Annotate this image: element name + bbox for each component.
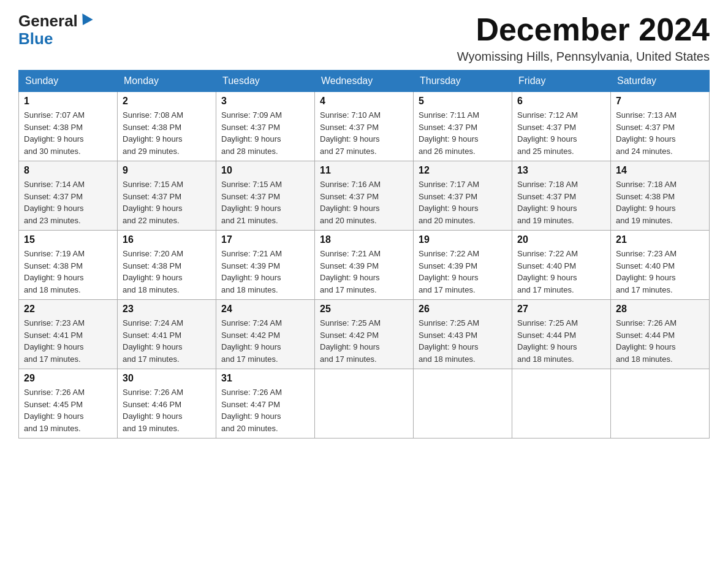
- day-info: Sunrise: 7:07 AM Sunset: 4:38 PM Dayligh…: [24, 109, 112, 157]
- day-number: 26: [419, 304, 507, 315]
- day-info: Sunrise: 7:20 AM Sunset: 4:38 PM Dayligh…: [123, 248, 211, 296]
- day-info: Sunrise: 7:14 AM Sunset: 4:37 PM Dayligh…: [24, 178, 112, 226]
- calendar-cell: 9 Sunrise: 7:15 AM Sunset: 4:37 PM Dayli…: [118, 161, 216, 231]
- day-info: Sunrise: 7:10 AM Sunset: 4:37 PM Dayligh…: [320, 109, 408, 157]
- calendar-cell: [414, 369, 512, 439]
- calendar-cell: 30 Sunrise: 7:26 AM Sunset: 4:46 PM Dayl…: [118, 369, 216, 439]
- calendar-cell: 8 Sunrise: 7:14 AM Sunset: 4:37 PM Dayli…: [19, 161, 118, 231]
- day-info: Sunrise: 7:24 AM Sunset: 4:41 PM Dayligh…: [123, 317, 211, 365]
- calendar-cell: 4 Sunrise: 7:10 AM Sunset: 4:37 PM Dayli…: [315, 92, 414, 161]
- page-header: General Blue December 2024 Wyomissing Hi…: [18, 12, 710, 64]
- day-info: Sunrise: 7:17 AM Sunset: 4:37 PM Dayligh…: [419, 178, 507, 226]
- calendar-cell: 15 Sunrise: 7:19 AM Sunset: 4:38 PM Dayl…: [19, 231, 118, 300]
- day-info: Sunrise: 7:08 AM Sunset: 4:38 PM Dayligh…: [123, 109, 211, 157]
- day-number: 24: [221, 304, 309, 315]
- calendar-cell: 29 Sunrise: 7:26 AM Sunset: 4:45 PM Dayl…: [19, 369, 118, 439]
- location-title: Wyomissing Hills, Pennsylvania, United S…: [457, 50, 710, 64]
- calendar-cell: 20 Sunrise: 7:22 AM Sunset: 4:40 PM Dayl…: [512, 231, 611, 300]
- logo-blue-text: Blue: [18, 30, 53, 48]
- day-number: 1: [24, 96, 112, 107]
- calendar-cell: 24 Sunrise: 7:24 AM Sunset: 4:42 PM Dayl…: [216, 300, 315, 369]
- day-info: Sunrise: 7:12 AM Sunset: 4:37 PM Dayligh…: [517, 109, 605, 157]
- calendar-cell: 22 Sunrise: 7:23 AM Sunset: 4:41 PM Dayl…: [19, 300, 118, 369]
- day-number: 3: [221, 96, 309, 107]
- day-info: Sunrise: 7:25 AM Sunset: 4:44 PM Dayligh…: [517, 317, 605, 365]
- calendar-cell: [512, 369, 611, 439]
- calendar-cell: 2 Sunrise: 7:08 AM Sunset: 4:38 PM Dayli…: [118, 92, 216, 161]
- calendar-cell: 16 Sunrise: 7:20 AM Sunset: 4:38 PM Dayl…: [118, 231, 216, 300]
- day-number: 17: [221, 234, 309, 245]
- day-number: 28: [616, 304, 704, 315]
- day-number: 8: [24, 165, 112, 176]
- day-number: 11: [320, 165, 408, 176]
- calendar-cell: [315, 369, 414, 439]
- day-number: 9: [123, 165, 211, 176]
- day-info: Sunrise: 7:26 AM Sunset: 4:47 PM Dayligh…: [221, 386, 309, 434]
- day-number: 13: [517, 165, 605, 176]
- day-info: Sunrise: 7:25 AM Sunset: 4:43 PM Dayligh…: [419, 317, 507, 365]
- calendar-cell: 1 Sunrise: 7:07 AM Sunset: 4:38 PM Dayli…: [19, 92, 118, 161]
- day-number: 31: [221, 373, 309, 384]
- title-area: December 2024 Wyomissing Hills, Pennsylv…: [457, 12, 710, 64]
- calendar-cell: 25 Sunrise: 7:25 AM Sunset: 4:42 PM Dayl…: [315, 300, 414, 369]
- month-title: December 2024: [457, 12, 710, 47]
- day-number: 22: [24, 304, 112, 315]
- calendar-cell: 18 Sunrise: 7:21 AM Sunset: 4:39 PM Dayl…: [315, 231, 414, 300]
- calendar-cell: 12 Sunrise: 7:17 AM Sunset: 4:37 PM Dayl…: [414, 161, 512, 231]
- day-info: Sunrise: 7:19 AM Sunset: 4:38 PM Dayligh…: [24, 248, 112, 296]
- day-info: Sunrise: 7:24 AM Sunset: 4:42 PM Dayligh…: [221, 317, 309, 365]
- calendar-cell: 17 Sunrise: 7:21 AM Sunset: 4:39 PM Dayl…: [216, 231, 315, 300]
- calendar-week-row: 8 Sunrise: 7:14 AM Sunset: 4:37 PM Dayli…: [19, 161, 710, 231]
- calendar-cell: 23 Sunrise: 7:24 AM Sunset: 4:41 PM Dayl…: [118, 300, 216, 369]
- calendar-cell: 13 Sunrise: 7:18 AM Sunset: 4:37 PM Dayl…: [512, 161, 611, 231]
- day-of-week-header: Wednesday: [315, 71, 414, 92]
- calendar-cell: 11 Sunrise: 7:16 AM Sunset: 4:37 PM Dayl…: [315, 161, 414, 231]
- day-number: 20: [517, 234, 605, 245]
- calendar-cell: [611, 369, 710, 439]
- calendar-cell: 5 Sunrise: 7:11 AM Sunset: 4:37 PM Dayli…: [414, 92, 512, 161]
- day-info: Sunrise: 7:23 AM Sunset: 4:41 PM Dayligh…: [24, 317, 112, 365]
- day-info: Sunrise: 7:18 AM Sunset: 4:38 PM Dayligh…: [616, 178, 704, 226]
- calendar-cell: 27 Sunrise: 7:25 AM Sunset: 4:44 PM Dayl…: [512, 300, 611, 369]
- calendar-header: SundayMondayTuesdayWednesdayThursdayFrid…: [19, 71, 710, 92]
- day-of-week-header: Saturday: [611, 71, 710, 92]
- day-info: Sunrise: 7:26 AM Sunset: 4:45 PM Dayligh…: [24, 386, 112, 434]
- day-number: 25: [320, 304, 408, 315]
- logo: General Blue: [18, 12, 91, 47]
- calendar-cell: 7 Sunrise: 7:13 AM Sunset: 4:37 PM Dayli…: [611, 92, 710, 161]
- day-number: 23: [123, 304, 211, 315]
- day-info: Sunrise: 7:16 AM Sunset: 4:37 PM Dayligh…: [320, 178, 408, 226]
- day-of-week-header: Monday: [118, 71, 216, 92]
- day-info: Sunrise: 7:25 AM Sunset: 4:42 PM Dayligh…: [320, 317, 408, 365]
- calendar-week-row: 15 Sunrise: 7:19 AM Sunset: 4:38 PM Dayl…: [19, 231, 710, 300]
- day-info: Sunrise: 7:21 AM Sunset: 4:39 PM Dayligh…: [320, 248, 408, 296]
- calendar-cell: 14 Sunrise: 7:18 AM Sunset: 4:38 PM Dayl…: [611, 161, 710, 231]
- day-number: 14: [616, 165, 704, 176]
- day-info: Sunrise: 7:22 AM Sunset: 4:40 PM Dayligh…: [517, 248, 605, 296]
- calendar-week-row: 22 Sunrise: 7:23 AM Sunset: 4:41 PM Dayl…: [19, 300, 710, 369]
- day-number: 4: [320, 96, 408, 107]
- calendar-cell: 6 Sunrise: 7:12 AM Sunset: 4:37 PM Dayli…: [512, 92, 611, 161]
- calendar-cell: 21 Sunrise: 7:23 AM Sunset: 4:40 PM Dayl…: [611, 231, 710, 300]
- day-number: 10: [221, 165, 309, 176]
- days-of-week-row: SundayMondayTuesdayWednesdayThursdayFrid…: [19, 71, 710, 92]
- day-number: 2: [123, 96, 211, 107]
- day-number: 30: [123, 373, 211, 384]
- day-number: 12: [419, 165, 507, 176]
- day-number: 6: [517, 96, 605, 107]
- calendar-cell: 10 Sunrise: 7:15 AM Sunset: 4:37 PM Dayl…: [216, 161, 315, 231]
- calendar-cell: 26 Sunrise: 7:25 AM Sunset: 4:43 PM Dayl…: [414, 300, 512, 369]
- calendar-cell: 28 Sunrise: 7:26 AM Sunset: 4:44 PM Dayl…: [611, 300, 710, 369]
- day-info: Sunrise: 7:11 AM Sunset: 4:37 PM Dayligh…: [419, 109, 507, 157]
- day-info: Sunrise: 7:26 AM Sunset: 4:44 PM Dayligh…: [616, 317, 704, 365]
- calendar-cell: 3 Sunrise: 7:09 AM Sunset: 4:37 PM Dayli…: [216, 92, 315, 161]
- day-number: 21: [616, 234, 704, 245]
- day-number: 29: [24, 373, 112, 384]
- day-number: 27: [517, 304, 605, 315]
- logo-triangle-icon: [77, 13, 93, 28]
- day-number: 7: [616, 96, 704, 107]
- day-number: 5: [419, 96, 507, 107]
- day-info: Sunrise: 7:26 AM Sunset: 4:46 PM Dayligh…: [123, 386, 211, 434]
- calendar-body: 1 Sunrise: 7:07 AM Sunset: 4:38 PM Dayli…: [19, 92, 710, 439]
- calendar-cell: 19 Sunrise: 7:22 AM Sunset: 4:39 PM Dayl…: [414, 231, 512, 300]
